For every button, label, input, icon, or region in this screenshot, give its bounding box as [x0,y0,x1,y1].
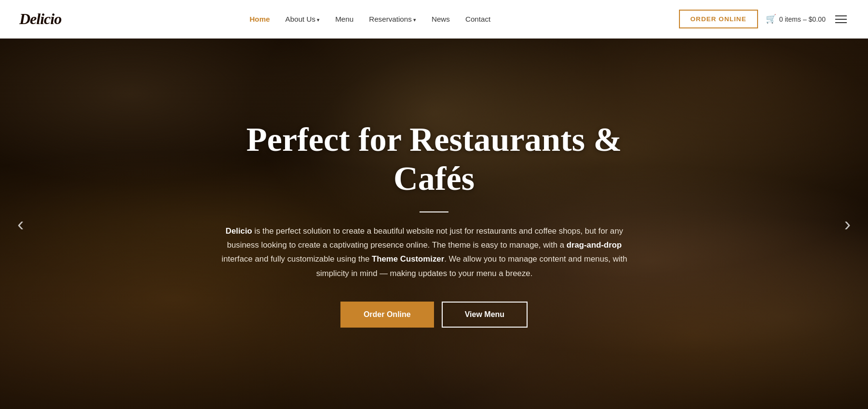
hero-description: Delicio is the perfect solution to creat… [217,224,632,281]
nav-link-reservations[interactable]: Reservations [369,15,416,23]
nav-item-contact[interactable]: Contact [465,15,490,24]
cart-icon: 🛒 [766,14,776,24]
nav-item-menu[interactable]: Menu [335,15,353,24]
hero-bold1: drag-and-drop [567,240,622,250]
nav-link-about[interactable]: About Us [285,15,320,23]
nav-link-news[interactable]: News [432,15,450,23]
header: Delicio Home About Us Menu Reservations … [0,0,868,39]
hero-menu-button[interactable]: View Menu [442,302,528,328]
nav-item-news[interactable]: News [432,15,450,24]
nav-link-home[interactable]: Home [249,15,270,23]
site-logo[interactable]: Delicio [19,10,61,28]
hero-section: ‹ Perfect for Restaurants & Cafés Delici… [0,39,868,409]
hero-content: Perfect for Restaurants & Cafés Delicio … [198,120,670,328]
cart-area[interactable]: 🛒 0 items – $0.00 [766,14,826,24]
hero-divider [420,211,448,212]
hamburger-line-3 [835,22,847,23]
nav-item-about[interactable]: About Us [285,15,320,24]
carousel-prev-button[interactable]: ‹ [10,205,31,242]
hero-bold2: Theme Customizer [372,254,444,264]
hero-title: Perfect for Restaurants & Cafés [217,120,651,198]
cart-text: 0 items – $0.00 [779,15,826,23]
nav-item-home[interactable]: Home [249,15,270,24]
nav-item-reservations[interactable]: Reservations [369,15,416,24]
header-right: ORDER ONLINE 🛒 0 items – $0.00 [679,10,849,28]
hamburger-line-1 [835,15,847,16]
hamburger-menu[interactable] [833,13,849,25]
hero-buttons: Order Online View Menu [217,302,651,328]
nav-link-menu[interactable]: Menu [335,15,353,23]
hamburger-line-2 [835,19,847,20]
order-online-button[interactable]: ORDER ONLINE [679,10,758,28]
hero-brand-inline: Delicio [226,226,252,236]
carousel-next-button[interactable]: › [837,205,858,242]
hero-order-button[interactable]: Order Online [340,302,434,328]
main-nav: Home About Us Menu Reservations News Con… [249,15,490,24]
nav-link-contact[interactable]: Contact [465,15,490,23]
